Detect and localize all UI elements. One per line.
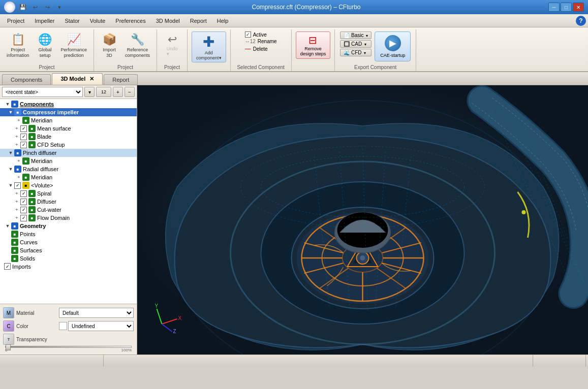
- expand-geometry[interactable]: ▼: [4, 223, 11, 229]
- expand-spiral[interactable]: +: [13, 191, 20, 196]
- expand-diffuser[interactable]: +: [13, 199, 20, 204]
- tree-icon-geometry: ■: [11, 222, 18, 230]
- color-select[interactable]: Undefined: [68, 321, 134, 331]
- tree-item-cfd-setup[interactable]: + ✓ ■ CFD Setup: [0, 141, 137, 149]
- delete-label[interactable]: Delete: [253, 46, 268, 52]
- cad-btn[interactable]: 🔲 CAD ▾: [340, 40, 372, 48]
- tree-item-radial-diffuser[interactable]: ▼ ■ Radial diffuser: [0, 165, 137, 173]
- tree-item-pinch-diffuser[interactable]: ▼ ■ Pinch diffuser: [0, 149, 137, 157]
- rename-label[interactable]: Rename: [258, 39, 277, 44]
- performance-btn[interactable]: 📈 Performanceprediction: [58, 31, 90, 60]
- tree-item-mean-surface[interactable]: + ✓ ■ Mean surface: [0, 124, 137, 133]
- basic-btn[interactable]: 📄 Basic ▾: [340, 31, 372, 39]
- active-checkbox[interactable]: [245, 31, 251, 38]
- tree-item-cut-water[interactable]: + ✓ ■ Cut-water: [0, 206, 137, 214]
- expand-components[interactable]: ▼: [4, 102, 11, 107]
- cb-diffuser[interactable]: ✓: [20, 199, 27, 205]
- tree-item-volute[interactable]: ▼ ✓ ■ <Volute>: [0, 181, 137, 189]
- redo-quick-btn[interactable]: ↪: [43, 3, 52, 12]
- expand-compressor[interactable]: ▼: [7, 110, 14, 115]
- add-component-btn[interactable]: ✚ Addcomponent▾: [192, 31, 226, 62]
- tree-item-flow-domain[interactable]: + ✓ ■ Flow Domain: [0, 214, 137, 222]
- material-select[interactable]: Default: [59, 308, 134, 318]
- global-setup-btn[interactable]: 🌐 Globalsetup: [34, 31, 56, 60]
- expand-radial[interactable]: ▼: [7, 167, 14, 172]
- project-info-btn[interactable]: 📋 Projectinformation: [4, 31, 32, 60]
- cfd-btn[interactable]: 🌊 CFD ▾: [340, 49, 372, 56]
- tree-item-meridian-3[interactable]: + ■ Meridian: [0, 173, 137, 181]
- qa-dropdown-btn[interactable]: ▾: [55, 3, 64, 12]
- sidebar-dropdown-btn[interactable]: ▾: [84, 87, 95, 97]
- menu-impeller[interactable]: Impeller: [29, 16, 59, 25]
- cb-flow-domain[interactable]: ✓: [20, 215, 27, 221]
- status-seg-3: [535, 355, 586, 367]
- menu-help[interactable]: Help: [212, 16, 234, 25]
- global-setup-icon: 🌐: [38, 33, 52, 46]
- tab-components[interactable]: Components: [2, 74, 51, 85]
- save-quick-btn[interactable]: 💾: [18, 3, 27, 12]
- color-swatch[interactable]: [59, 322, 67, 330]
- tree-label-surfaces: Surfaces: [20, 247, 42, 253]
- tree-item-imports[interactable]: ✓ Imports: [0, 263, 137, 270]
- tab-close-btn[interactable]: ✕: [89, 76, 94, 82]
- tree-item-diffuser[interactable]: + ✓ ■ Diffuser: [0, 198, 137, 206]
- tree-item-geometry[interactable]: ▼ ■ Geometry: [0, 222, 137, 230]
- expand-meridian-1[interactable]: +: [15, 118, 22, 123]
- menu-report[interactable]: Report: [185, 16, 212, 25]
- menu-project[interactable]: Project: [2, 16, 29, 25]
- cb-mean-surface[interactable]: ✓: [20, 125, 27, 132]
- cb-volute[interactable]: ✓: [14, 182, 21, 189]
- expand-meridian-2[interactable]: +: [15, 158, 22, 164]
- project-info-icon: 📋: [11, 33, 25, 46]
- expand-flow-domain[interactable]: +: [13, 215, 20, 220]
- sidebar-remove-btn[interactable]: −: [125, 87, 135, 97]
- menu-stator[interactable]: Stator: [59, 16, 84, 25]
- maximize-btn[interactable]: □: [561, 3, 572, 12]
- viewport[interactable]: X Y Z: [137, 85, 588, 354]
- ref-components-btn[interactable]: 🔧 Referencecomponents: [122, 31, 152, 60]
- tree-item-curves[interactable]: ■ Curves: [0, 238, 137, 246]
- expand-cut-water[interactable]: +: [13, 207, 20, 212]
- cb-cfd-setup[interactable]: ✓: [20, 142, 27, 148]
- cb-blade[interactable]: ✓: [20, 134, 27, 140]
- tree-item-surfaces[interactable]: ■ Surfaces: [0, 246, 137, 254]
- cae-startup-btn[interactable]: ▶ CAE-startup: [375, 31, 411, 61]
- tree-root-components[interactable]: ▼ ■ Components: [0, 100, 137, 108]
- tab-report[interactable]: Report: [104, 74, 138, 85]
- undo-btn[interactable]: ↩ Undo▾: [164, 31, 180, 58]
- close-btn[interactable]: ✕: [573, 3, 584, 12]
- tree-item-compressor-impeller[interactable]: ▼ ■ Compressor impeller: [0, 108, 137, 116]
- tree-item-blade[interactable]: + ✓ ■ Blade: [0, 133, 137, 141]
- import-3d-btn[interactable]: 📦 Import3D: [98, 31, 120, 60]
- tree-item-points[interactable]: ■ Points: [0, 230, 137, 238]
- expand-mean-surface[interactable]: +: [13, 126, 20, 131]
- transparency-slider-thumb[interactable]: [6, 344, 11, 350]
- tree-item-meridian-2[interactable]: + ■ Meridian: [0, 157, 137, 165]
- menu-3dmodel[interactable]: 3D Model: [151, 16, 185, 25]
- expand-blade[interactable]: +: [13, 134, 20, 139]
- transparency-slider-track[interactable]: [5, 346, 132, 348]
- tree-item-solids[interactable]: ■ Solids: [0, 254, 137, 263]
- sidebar-num-input[interactable]: 12: [96, 87, 111, 97]
- cb-cut-water[interactable]: ✓: [20, 207, 27, 213]
- cb-spiral[interactable]: ✓: [20, 190, 27, 197]
- tree-item-spiral[interactable]: + ✓ ■ Spiral: [0, 189, 137, 198]
- undo-quick-btn[interactable]: ↩: [30, 3, 40, 12]
- sidebar-add-btn[interactable]: +: [113, 87, 123, 97]
- expand-pinch[interactable]: ▼: [7, 150, 14, 155]
- tree-icon-pinch: ■: [14, 149, 21, 156]
- tree-item-meridian-1[interactable]: + ■ Meridian: [0, 116, 137, 124]
- state-dropdown[interactable]: <recent state>: [2, 87, 83, 97]
- expand-cfd-setup[interactable]: +: [13, 142, 20, 147]
- remove-design-steps-btn[interactable]: ⊟ Removedesign steps: [296, 31, 331, 59]
- tab-3dmodel[interactable]: 3D Model ✕: [52, 73, 103, 85]
- import-3d-icon: 📦: [103, 33, 116, 46]
- minimize-btn[interactable]: ─: [548, 3, 560, 12]
- help-circle-btn[interactable]: ?: [576, 16, 586, 26]
- menu-volute[interactable]: Volute: [85, 16, 111, 25]
- expand-volute[interactable]: ▼: [7, 183, 14, 188]
- expand-meridian-3[interactable]: +: [15, 175, 22, 180]
- menu-preferences[interactable]: Preferences: [110, 16, 150, 25]
- cb-imports[interactable]: ✓: [4, 263, 11, 270]
- undo-label: Undo▾: [167, 46, 178, 56]
